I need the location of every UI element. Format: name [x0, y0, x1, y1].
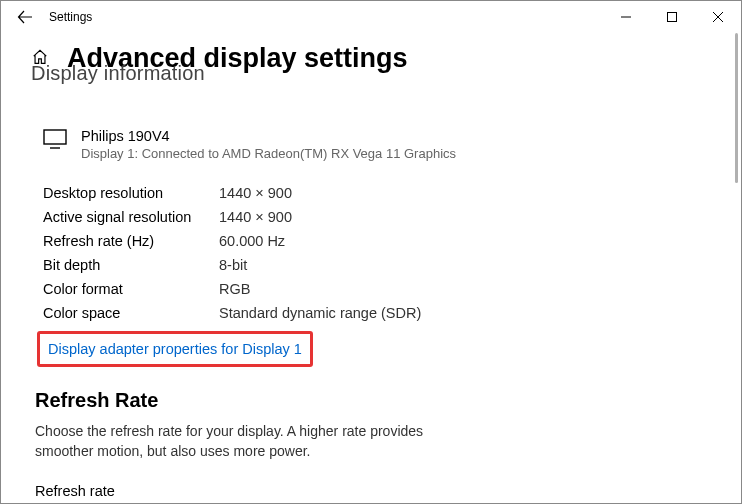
refresh-rate-label: Refresh rate [35, 483, 711, 499]
spec-value: 1440 × 900 [219, 185, 292, 201]
scrollbar-thumb[interactable] [735, 33, 738, 183]
spec-value: Standard dynamic range (SDR) [219, 305, 421, 321]
spec-value: 8-bit [219, 257, 247, 273]
table-row: Color format RGB [43, 277, 711, 301]
monitor-icon [43, 128, 67, 154]
table-row: Active signal resolution 1440 × 900 [43, 205, 711, 229]
adapter-properties-link[interactable]: Display adapter properties for Display 1 [48, 341, 302, 357]
spec-label: Color space [43, 305, 219, 321]
spec-label: Active signal resolution [43, 209, 219, 225]
refresh-rate-heading: Refresh Rate [35, 389, 711, 412]
svg-rect-1 [44, 130, 66, 144]
table-row: Desktop resolution 1440 × 900 [43, 181, 711, 205]
maximize-button[interactable] [649, 1, 695, 33]
scrollbar[interactable] [731, 33, 741, 353]
spec-label: Refresh rate (Hz) [43, 233, 219, 249]
back-button[interactable] [7, 1, 43, 33]
table-row: Refresh rate (Hz) 60.000 Hz [43, 229, 711, 253]
spec-value: RGB [219, 281, 250, 297]
spec-label: Bit depth [43, 257, 219, 273]
maximize-icon [667, 12, 677, 22]
spec-table: Desktop resolution 1440 × 900 Active sig… [43, 181, 711, 325]
spec-label: Desktop resolution [43, 185, 219, 201]
section-heading-truncated: Display information [31, 62, 711, 84]
table-row: Color space Standard dynamic range (SDR) [43, 301, 711, 325]
arrow-left-icon [17, 9, 33, 25]
table-row: Bit depth 8-bit [43, 253, 711, 277]
spec-value: 60.000 Hz [219, 233, 285, 249]
content-area: Advanced display settings Display inform… [1, 33, 741, 503]
spec-value: 1440 × 900 [219, 209, 292, 225]
svg-rect-0 [668, 13, 677, 22]
close-icon [713, 12, 723, 22]
window-controls [603, 1, 741, 33]
monitor-name: Philips 190V4 [81, 128, 456, 144]
minimize-icon [621, 12, 631, 22]
refresh-rate-description: Choose the refresh rate for your display… [35, 422, 475, 461]
close-button[interactable] [695, 1, 741, 33]
titlebar: Settings [1, 1, 741, 33]
monitor-connection: Display 1: Connected to AMD Radeon(TM) R… [81, 146, 456, 161]
spec-label: Color format [43, 281, 219, 297]
minimize-button[interactable] [603, 1, 649, 33]
monitor-info: Philips 190V4 Display 1: Connected to AM… [43, 128, 711, 161]
highlight-box: Display adapter properties for Display 1 [37, 331, 313, 367]
app-title: Settings [49, 10, 92, 24]
